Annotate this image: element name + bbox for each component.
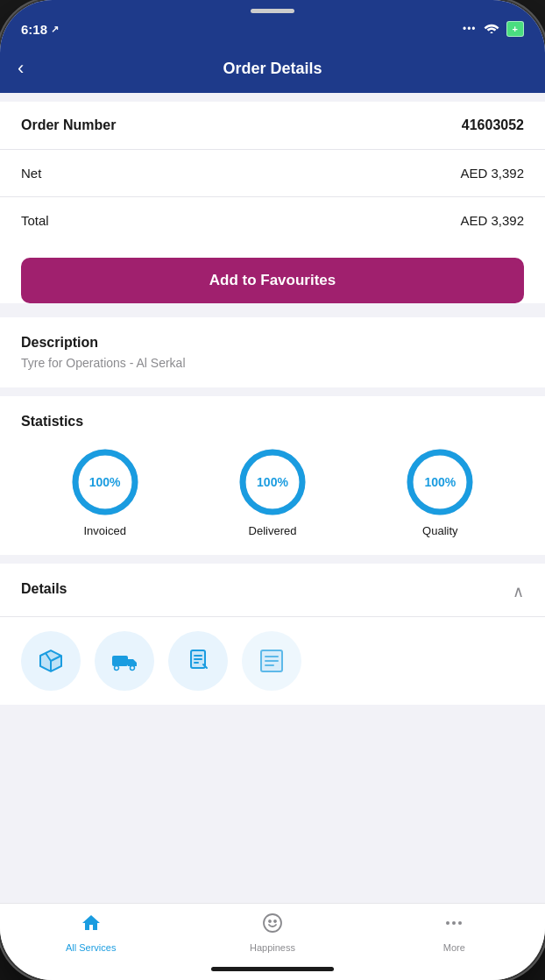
main-content: Order Number 41603052 Net AED 3,392 Tota… <box>0 93 545 903</box>
home-icon <box>81 913 102 939</box>
app-header: ‹ Order Details <box>0 44 545 93</box>
home-indicator <box>211 967 334 971</box>
nav-more[interactable]: More <box>364 913 545 953</box>
order-number-value: 41603052 <box>462 117 524 133</box>
more-icon <box>443 913 464 939</box>
happiness-icon <box>262 913 283 939</box>
svg-point-8 <box>115 666 119 671</box>
add-to-favourites-button[interactable]: Add to Favourites <box>21 258 524 303</box>
nav-happiness-label: Happiness <box>250 942 295 953</box>
details-icons-row <box>0 617 545 705</box>
status-bar: 6:18 ↗ ••• + <box>0 0 545 44</box>
description-text: Tyre for Operations - Al Serkal <box>21 356 524 370</box>
svg-point-21 <box>269 920 271 922</box>
delivered-circle: 100% <box>237 447 308 517</box>
chevron-up-icon[interactable]: ∧ <box>513 582 524 601</box>
total-label: Total <box>21 213 49 228</box>
quality-circle: 100% <box>405 447 475 517</box>
quality-value: 100% <box>424 475 456 489</box>
quality-label: Quality <box>422 524 457 537</box>
status-icons: ••• + <box>463 21 524 37</box>
order-number-label: Order Number <box>21 117 116 133</box>
page-title: Order Details <box>223 60 322 78</box>
back-button[interactable]: ‹ <box>18 59 24 78</box>
total-value: AED 3,392 <box>460 213 524 228</box>
statistics-title: Statistics <box>21 414 524 430</box>
details-header: Details ∧ <box>0 564 545 617</box>
svg-point-23 <box>446 921 449 925</box>
nav-all-services[interactable]: All Services <box>0 913 181 953</box>
total-row: Total AED 3,392 <box>0 197 545 244</box>
svg-point-22 <box>274 920 276 922</box>
svg-point-25 <box>458 921 462 925</box>
invoiced-label: Invoiced <box>83 524 125 537</box>
status-time: 6:18 ↗ <box>21 22 59 37</box>
wifi-icon <box>484 21 499 37</box>
statistics-section: Statistics 100% Invoiced <box>0 396 545 555</box>
invoiced-value: 100% <box>89 475 121 489</box>
svg-point-20 <box>264 914 281 932</box>
details-section: Details ∧ <box>0 564 545 705</box>
phone-frame: 6:18 ↗ ••• + ‹ Order Details <box>0 0 545 980</box>
delivered-label: Delivered <box>249 524 297 537</box>
svg-rect-7 <box>112 656 128 666</box>
battery-icon: + <box>506 21 524 37</box>
detail-icon-package[interactable] <box>21 631 81 691</box>
invoiced-circle: 100% <box>70 447 140 517</box>
detail-icon-truck[interactable] <box>95 631 154 691</box>
net-label: Net <box>21 166 41 181</box>
order-card: Order Number 41603052 Net AED 3,392 Tota… <box>0 102 545 303</box>
signal-dots-icon: ••• <box>463 23 477 35</box>
nav-all-services-label: All Services <box>66 942 116 953</box>
nav-happiness[interactable]: Happiness <box>181 913 363 953</box>
description-section: Description Tyre for Operations - Al Ser… <box>0 317 545 387</box>
net-value: AED 3,392 <box>460 166 524 181</box>
stats-row: 100% Invoiced 100% Deliver <box>21 447 524 537</box>
svg-point-9 <box>131 666 135 671</box>
details-title: Details <box>21 581 67 597</box>
notch-indicator <box>251 9 294 13</box>
stat-quality: 100% Quality <box>405 447 475 537</box>
order-number-row: Order Number 41603052 <box>0 102 545 150</box>
stat-delivered: 100% Delivered <box>237 447 308 537</box>
detail-icon-attachment[interactable] <box>168 631 228 691</box>
direction-icon: ↗ <box>51 24 59 35</box>
net-row: Net AED 3,392 <box>0 150 545 197</box>
description-title: Description <box>21 335 524 351</box>
svg-point-0 <box>490 32 492 33</box>
stat-invoiced: 100% Invoiced <box>70 447 140 537</box>
detail-icon-list[interactable] <box>242 631 301 691</box>
nav-more-label: More <box>443 942 465 953</box>
svg-point-24 <box>452 921 456 925</box>
delivered-value: 100% <box>257 475 288 489</box>
